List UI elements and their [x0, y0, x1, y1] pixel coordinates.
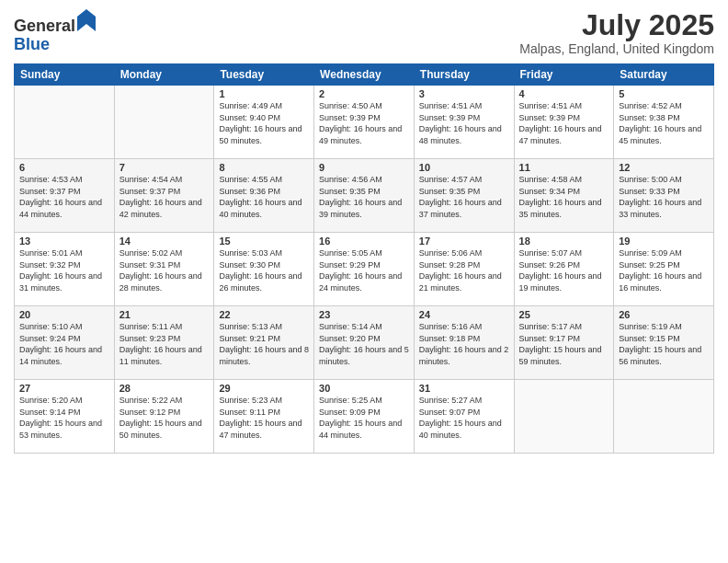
table-row: 24Sunrise: 5:16 AM Sunset: 9:18 PM Dayli… [414, 306, 514, 380]
day-info: Sunrise: 5:14 AM Sunset: 9:20 PM Dayligh… [319, 321, 409, 367]
table-row: 13Sunrise: 5:01 AM Sunset: 9:32 PM Dayli… [15, 233, 115, 306]
table-row: 1Sunrise: 4:49 AM Sunset: 9:40 PM Daylig… [214, 86, 314, 159]
table-row: 9Sunrise: 4:56 AM Sunset: 9:35 PM Daylig… [314, 159, 415, 233]
day-info: Sunrise: 4:55 AM Sunset: 9:36 PM Dayligh… [219, 174, 309, 220]
table-row: 26Sunrise: 5:19 AM Sunset: 9:15 PM Dayli… [614, 306, 714, 380]
day-info: Sunrise: 5:01 AM Sunset: 9:32 PM Dayligh… [19, 247, 109, 293]
title-section: July 2025 Malpas, England, United Kingdo… [519, 9, 714, 56]
day-number: 25 [519, 309, 609, 320]
day-info: Sunrise: 4:49 AM Sunset: 9:40 PM Dayligh… [219, 100, 309, 146]
table-row: 14Sunrise: 5:02 AM Sunset: 9:31 PM Dayli… [114, 233, 214, 306]
table-row: 21Sunrise: 5:11 AM Sunset: 9:23 PM Dayli… [114, 306, 214, 380]
table-row: 4Sunrise: 4:51 AM Sunset: 9:39 PM Daylig… [514, 86, 614, 159]
table-row: 31Sunrise: 5:27 AM Sunset: 9:07 PM Dayli… [414, 380, 514, 454]
day-number: 29 [219, 383, 309, 394]
table-row: 10Sunrise: 4:57 AM Sunset: 9:35 PM Dayli… [414, 159, 514, 233]
day-info: Sunrise: 5:20 AM Sunset: 9:14 PM Dayligh… [19, 395, 109, 441]
table-row [114, 86, 214, 159]
day-info: Sunrise: 4:58 AM Sunset: 9:34 PM Dayligh… [519, 174, 609, 220]
day-number: 26 [619, 309, 709, 320]
table-row: 15Sunrise: 5:03 AM Sunset: 9:30 PM Dayli… [214, 233, 314, 306]
table-row: 30Sunrise: 5:25 AM Sunset: 9:09 PM Dayli… [314, 380, 415, 454]
day-number: 28 [119, 383, 210, 394]
day-info: Sunrise: 5:25 AM Sunset: 9:09 PM Dayligh… [319, 395, 409, 441]
day-number: 24 [419, 309, 509, 320]
header-saturday: Saturday [614, 64, 714, 86]
day-info: Sunrise: 5:16 AM Sunset: 9:18 PM Dayligh… [419, 321, 509, 367]
day-number: 31 [419, 383, 509, 394]
day-info: Sunrise: 5:03 AM Sunset: 9:30 PM Dayligh… [219, 247, 309, 293]
table-row: 5Sunrise: 4:52 AM Sunset: 9:38 PM Daylig… [614, 86, 714, 159]
day-info: Sunrise: 4:56 AM Sunset: 9:35 PM Dayligh… [319, 174, 409, 220]
header: General Blue July 2025 Malpas, England, … [14, 9, 714, 56]
day-info: Sunrise: 5:02 AM Sunset: 9:31 PM Dayligh… [119, 247, 210, 293]
calendar-week-row: 6Sunrise: 4:53 AM Sunset: 9:37 PM Daylig… [15, 159, 714, 233]
table-row: 27Sunrise: 5:20 AM Sunset: 9:14 PM Dayli… [15, 380, 115, 454]
day-number: 6 [19, 162, 109, 173]
table-row: 23Sunrise: 5:14 AM Sunset: 9:20 PM Dayli… [314, 306, 415, 380]
day-info: Sunrise: 4:51 AM Sunset: 9:39 PM Dayligh… [419, 100, 509, 146]
table-row: 7Sunrise: 4:54 AM Sunset: 9:37 PM Daylig… [114, 159, 214, 233]
day-number: 8 [219, 162, 309, 173]
day-number: 15 [219, 236, 309, 247]
day-number: 2 [319, 88, 409, 99]
day-info: Sunrise: 4:53 AM Sunset: 9:37 PM Dayligh… [19, 174, 109, 220]
table-row: 11Sunrise: 4:58 AM Sunset: 9:34 PM Dayli… [514, 159, 614, 233]
day-number: 27 [19, 383, 109, 394]
calendar-week-row: 20Sunrise: 5:10 AM Sunset: 9:24 PM Dayli… [15, 306, 714, 380]
table-row: 12Sunrise: 5:00 AM Sunset: 9:33 PM Dayli… [614, 159, 714, 233]
logo-icon [77, 9, 96, 31]
day-number: 20 [19, 309, 109, 320]
day-number: 9 [319, 162, 409, 173]
header-friday: Friday [514, 64, 614, 86]
table-row: 19Sunrise: 5:09 AM Sunset: 9:25 PM Dayli… [614, 233, 714, 306]
day-info: Sunrise: 4:54 AM Sunset: 9:37 PM Dayligh… [119, 174, 210, 220]
table-row: 6Sunrise: 4:53 AM Sunset: 9:37 PM Daylig… [15, 159, 115, 233]
table-row: 16Sunrise: 5:05 AM Sunset: 9:29 PM Dayli… [314, 233, 415, 306]
table-row: 17Sunrise: 5:06 AM Sunset: 9:28 PM Dayli… [414, 233, 514, 306]
table-row [514, 380, 614, 454]
day-number: 1 [219, 88, 309, 99]
day-info: Sunrise: 5:11 AM Sunset: 9:23 PM Dayligh… [119, 321, 210, 367]
month-year: July 2025 [519, 9, 714, 41]
day-info: Sunrise: 5:05 AM Sunset: 9:29 PM Dayligh… [319, 247, 409, 293]
day-info: Sunrise: 4:52 AM Sunset: 9:38 PM Dayligh… [619, 100, 709, 146]
day-info: Sunrise: 5:23 AM Sunset: 9:11 PM Dayligh… [219, 395, 309, 441]
day-number: 17 [419, 236, 509, 247]
day-number: 14 [119, 236, 210, 247]
day-number: 23 [319, 309, 409, 320]
svg-marker-0 [77, 9, 96, 31]
day-number: 30 [319, 383, 409, 394]
day-info: Sunrise: 5:27 AM Sunset: 9:07 PM Dayligh… [419, 395, 509, 441]
day-number: 16 [319, 236, 409, 247]
day-info: Sunrise: 5:06 AM Sunset: 9:28 PM Dayligh… [419, 247, 509, 293]
day-number: 21 [119, 309, 210, 320]
day-info: Sunrise: 5:13 AM Sunset: 9:21 PM Dayligh… [219, 321, 309, 367]
table-row: 25Sunrise: 5:17 AM Sunset: 9:17 PM Dayli… [514, 306, 614, 380]
table-row: 29Sunrise: 5:23 AM Sunset: 9:11 PM Dayli… [214, 380, 314, 454]
calendar-week-row: 27Sunrise: 5:20 AM Sunset: 9:14 PM Dayli… [15, 380, 714, 454]
header-wednesday: Wednesday [314, 64, 415, 86]
day-info: Sunrise: 5:10 AM Sunset: 9:24 PM Dayligh… [19, 321, 109, 367]
day-number: 11 [519, 162, 609, 173]
day-number: 18 [519, 236, 609, 247]
calendar-header-row: Sunday Monday Tuesday Wednesday Thursday… [15, 64, 714, 86]
day-number: 10 [419, 162, 509, 173]
table-row: 3Sunrise: 4:51 AM Sunset: 9:39 PM Daylig… [414, 86, 514, 159]
day-number: 3 [419, 88, 509, 99]
table-row: 28Sunrise: 5:22 AM Sunset: 9:12 PM Dayli… [114, 380, 214, 454]
day-info: Sunrise: 5:07 AM Sunset: 9:26 PM Dayligh… [519, 247, 609, 293]
logo: General Blue [14, 9, 96, 54]
day-info: Sunrise: 4:51 AM Sunset: 9:39 PM Dayligh… [519, 100, 609, 146]
logo-general-text: General [14, 17, 75, 35]
day-number: 5 [619, 88, 709, 99]
day-info: Sunrise: 5:17 AM Sunset: 9:17 PM Dayligh… [519, 321, 609, 367]
table-row: 2Sunrise: 4:50 AM Sunset: 9:39 PM Daylig… [314, 86, 415, 159]
header-tuesday: Tuesday [214, 64, 314, 86]
day-info: Sunrise: 5:22 AM Sunset: 9:12 PM Dayligh… [119, 395, 210, 441]
day-info: Sunrise: 5:19 AM Sunset: 9:15 PM Dayligh… [619, 321, 709, 367]
table-row: 18Sunrise: 5:07 AM Sunset: 9:26 PM Dayli… [514, 233, 614, 306]
table-row [614, 380, 714, 454]
day-number: 13 [19, 236, 109, 247]
header-sunday: Sunday [15, 64, 115, 86]
